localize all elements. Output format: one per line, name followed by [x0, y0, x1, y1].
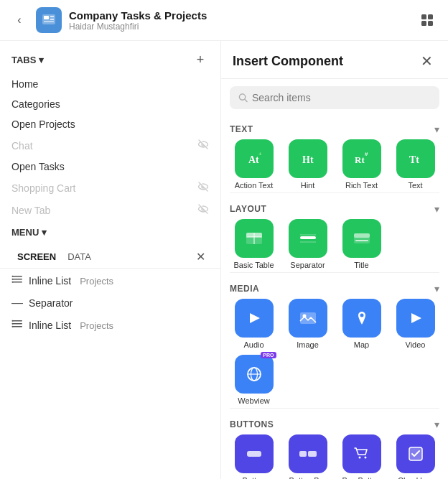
svg-rect-4: [44, 21, 54, 22]
svg-line-22: [245, 99, 247, 101]
svg-text:At: At: [248, 154, 259, 165]
component-audio[interactable]: Audio: [230, 299, 278, 349]
svg-rect-38: [355, 240, 368, 241]
screen-item-inline-list-2[interactable]: Inline List Projects: [0, 313, 220, 338]
rich-text-icon: Rt #: [342, 139, 381, 178]
text-icon: Tt: [396, 139, 435, 178]
component-checkbox[interactable]: Checkbox: [391, 434, 439, 479]
component-title[interactable]: Title: [337, 219, 386, 269]
screen-item-label: Inline List: [29, 320, 71, 331]
basic-table-label: Basic Table: [233, 261, 274, 269]
sidebar-item-categories[interactable]: Categories: [0, 94, 220, 114]
tabs-label[interactable]: TABS ▾: [11, 55, 44, 65]
button-bar-label: Button Bar: [289, 476, 327, 479]
audio-icon: [235, 299, 274, 338]
svg-rect-11: [12, 282, 22, 283]
screen-item-separator[interactable]: — Separator: [0, 293, 220, 313]
checkbox-label: Checkbox: [398, 476, 433, 479]
add-tab-button[interactable]: +: [192, 51, 209, 68]
app-header: ‹ Company Tasks & Projects Haidar Mustag…: [0, 0, 448, 41]
back-button[interactable]: ‹: [10, 11, 29, 29]
map-label: Map: [354, 340, 369, 349]
text-section-header: TEXT ▾: [230, 116, 439, 139]
webview-label: Webview: [238, 396, 269, 405]
separator-comp-label: Separator: [290, 261, 325, 269]
sidebar-item-open-projects[interactable]: Open Projects: [0, 114, 220, 134]
sidebar-item-label: Open Tasks: [11, 161, 65, 172]
svg-text:Tt: Tt: [409, 154, 419, 165]
hint-icon: Ht: [289, 139, 327, 178]
svg-rect-16: [12, 323, 22, 325]
component-action-text[interactable]: At + Action Text: [230, 139, 278, 190]
action-text-icon: At +: [235, 139, 274, 178]
component-button-bar[interactable]: Button Bar: [284, 434, 332, 479]
svg-rect-33: [300, 236, 316, 239]
sidebar-item-new-tab[interactable]: New Tab: [0, 199, 220, 221]
visibility-icon: [197, 181, 209, 195]
layout-component-grid: Basic Table Separator: [230, 219, 439, 269]
sidebar-item-home[interactable]: Home: [0, 74, 220, 94]
svg-point-18: [12, 320, 14, 322]
sidebar-item-open-tasks[interactable]: Open Tasks: [0, 157, 220, 177]
media-chevron-icon[interactable]: ▾: [434, 283, 439, 294]
button-comp-icon: [235, 434, 274, 473]
buttons-section-header: BUTTONS ▾: [230, 411, 439, 434]
section-close-button[interactable]: ✕: [192, 248, 209, 265]
svg-point-14: [12, 282, 14, 283]
menu-label[interactable]: MENU ▾: [11, 227, 47, 238]
component-separator[interactable]: Separator: [284, 219, 332, 269]
search-bar[interactable]: [230, 86, 439, 109]
sidebar: TABS ▾ + Home Categories Open Projects C…: [0, 41, 221, 479]
buttons-section-title: BUTTONS: [230, 419, 274, 429]
svg-marker-43: [411, 313, 421, 323]
component-buy-button[interactable]: Buy Button: [337, 434, 386, 479]
tab-data[interactable]: DATA: [62, 248, 97, 265]
divider: [230, 408, 439, 409]
panel-close-button[interactable]: ✕: [416, 51, 437, 71]
component-video[interactable]: Video: [391, 299, 439, 349]
svg-point-51: [364, 457, 366, 459]
sidebar-item-label: New Tab: [11, 205, 50, 216]
svg-point-12: [12, 276, 14, 277]
hint-label: Hint: [301, 181, 315, 190]
svg-rect-6: [428, 14, 433, 19]
component-text[interactable]: Tt Text: [391, 139, 439, 190]
text-chevron-icon[interactable]: ▾: [434, 124, 439, 135]
svg-text:Rt: Rt: [355, 154, 365, 165]
rich-text-label: Rich Text: [345, 181, 378, 190]
screen-item-inline-list-1[interactable]: Inline List Projects: [0, 269, 220, 293]
layout-chevron-icon[interactable]: ▾: [434, 203, 439, 215]
search-input[interactable]: [252, 92, 431, 103]
grid-button[interactable]: [416, 9, 438, 31]
media-section-header: MEDIA ▾: [230, 276, 439, 299]
component-map[interactable]: Map: [337, 299, 386, 349]
svg-rect-48: [299, 451, 307, 457]
basic-table-icon: [235, 219, 274, 258]
component-button[interactable]: Button: [230, 434, 278, 479]
component-basic-table[interactable]: Basic Table: [230, 219, 278, 269]
image-icon: [289, 299, 327, 338]
sidebar-item-chat[interactable]: Chat: [0, 134, 220, 157]
component-hint[interactable]: Ht Hint: [284, 139, 332, 190]
sidebar-item-label: Chat: [11, 140, 33, 152]
svg-point-42: [360, 314, 363, 317]
svg-rect-47: [247, 451, 261, 457]
app-subtitle: Haidar Mustaghfiri: [69, 22, 409, 32]
tab-screen[interactable]: SCREEN: [11, 248, 62, 265]
component-rich-text[interactable]: Rt # Rich Text: [337, 139, 386, 190]
buttons-chevron-icon[interactable]: ▾: [434, 419, 439, 430]
main-content: TABS ▾ + Home Categories Open Projects C…: [0, 41, 448, 479]
svg-rect-1: [44, 16, 49, 19]
video-label: Video: [406, 340, 426, 349]
svg-rect-37: [354, 233, 370, 238]
sidebar-item-shopping-cart[interactable]: Shopping Cart: [0, 177, 220, 199]
svg-rect-8: [428, 21, 433, 26]
panel-content: TEXT ▾ At + Action Text Ht: [221, 116, 448, 479]
component-webview[interactable]: PRO Webview: [230, 355, 278, 405]
svg-point-20: [12, 326, 14, 327]
section-tabs: SCREEN DATA ✕: [0, 243, 220, 269]
screen-item-label: Inline List: [29, 275, 71, 287]
svg-text:#: #: [365, 151, 368, 157]
sidebar-item-label: Shopping Cart: [11, 182, 76, 194]
component-image[interactable]: Image: [284, 299, 332, 349]
